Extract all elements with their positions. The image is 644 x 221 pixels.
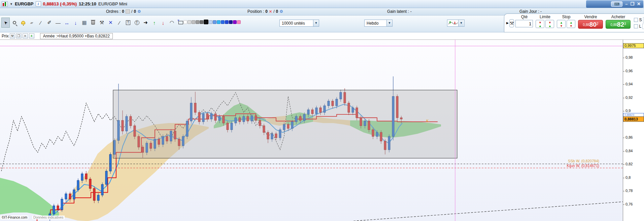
zoom-icon [13,21,16,24]
limit-buy-order-button[interactable]: ▼▲ [545,20,554,28]
quantity-select-value: 10000 unités [280,21,313,26]
restore-button[interactable]: ❒ [630,1,634,7]
color-swatch[interactable] [213,20,216,24]
chevron-down-icon[interactable]: ▼ [313,20,319,26]
orders-settings-icon[interactable]: ⚙ [137,9,141,14]
position-settings-icon[interactable]: ⚙ [279,9,283,14]
limit-checkbox[interactable] [634,24,638,28]
trade-panel: ▶ ⚒ Qté Limite ▼▲ ▼▲ Stop ▲▼ ▲▼ Vendre 0… [504,13,644,32]
stop-sell-order-button[interactable]: ▲▼ [557,20,566,28]
price-axis[interactable]: 0,9975 0,88823 0,88813 0,980,960,940,920… [623,40,644,221]
arrow-right-icon: ➜ [143,20,148,26]
red-candle-glyph [3,3,4,6]
sell-button[interactable]: 0,88802 [578,20,603,29]
color-swatch[interactable] [225,20,229,24]
horizontal-line-tool-button[interactable]: — [54,18,62,28]
qty-input[interactable] [515,20,533,27]
timeframe-select[interactable]: Hebdo ▼ [364,20,393,27]
axis-tick [623,84,624,85]
text-box-tool-button[interactable]: T [124,18,132,28]
color-swatch[interactable] [196,20,199,24]
pane-settings-button[interactable]: ⚒ [10,33,15,38]
buy-button[interactable]: 0,88823 [606,20,631,29]
chevron-down-icon[interactable]: ▼ [386,20,392,26]
color-swatch[interactable] [188,20,191,24]
arrow-down-tool-button[interactable]: ↓ [159,18,167,28]
kijun-level-label: Kijun W. (0,814671) [567,164,599,168]
color-swatch[interactable] [217,20,221,24]
color-swatch[interactable] [200,20,203,24]
color-swatch[interactable] [237,20,241,24]
lasso-tool-button[interactable]: ◠ [168,18,176,28]
stop-buy-order-button[interactable]: ▲▼ [567,20,575,28]
arrow-up-icon: ↑ [153,20,156,26]
polyline-tool-button[interactable]: ✕ [106,18,115,28]
chart-type-select[interactable]: ▼ [447,20,465,27]
instrument-info-button[interactable]: i [36,1,41,6]
orders-label: Ordres : [106,9,121,14]
price-chart-svg[interactable] [0,40,623,221]
select-cursor-tool-button[interactable]: ➤ [1,18,10,28]
sell-price-main: 80 [589,21,597,28]
close-position-icon[interactable]: ✕ [269,9,272,14]
unrealized-gain: Gain latent : - [387,9,412,14]
pencil-line-tool-button[interactable]: ✐ [45,18,54,28]
candlestick-chart-icon[interactable] [2,1,8,7]
color-swatch[interactable] [192,20,195,24]
symbol-dropdown-icon[interactable]: ▼ [10,2,13,6]
alert-price-box[interactable]: 0,9975 [623,43,644,48]
quantity-select[interactable]: 10000 unités ▼ [279,20,319,27]
close-button[interactable]: ✕ [637,1,641,7]
edit-chart-tool-button[interactable]: ▦ [80,18,89,28]
alarm-bell-icon [21,21,25,24]
axis-tick [623,178,624,178]
color-swatch[interactable] [233,20,237,24]
color-swatch[interactable] [204,20,208,24]
buy-price-main: 82 [617,21,624,28]
text-circle-tool-button[interactable]: T [133,18,141,28]
daily-gain: Gain Jour : - [519,9,542,14]
arrow-right-tool-button[interactable]: ➜ [141,18,150,28]
select-cursor-icon: ➤ [2,20,8,26]
color-swatch[interactable] [183,20,187,24]
quote-time: 12:25:10 [79,1,96,6]
axis-tick [623,204,624,205]
pointer-line-tool-button[interactable]: ∕ [36,18,45,28]
stop-checkbox-label: S [639,18,642,22]
close-icon: ✕ [24,34,26,38]
red-down-arrow-icon: ▼ [570,24,573,28]
trade-settings-button[interactable]: ⚒ [509,19,514,27]
keyboard-icon[interactable]: ⌨ [611,1,622,7]
price-chart-area[interactable]: K. SSb W. (0,820784) Kijun W. (0,814671)… [0,40,623,221]
vertical-line-tool-button[interactable]: ↓ [71,18,80,28]
vertical-line-icon: ↓ [74,20,77,26]
zoom-tool-button[interactable] [10,18,19,28]
limit-pips-input[interactable] [642,24,644,29]
chevron-down-icon[interactable]: ▼ [458,20,464,26]
stop-pips-input[interactable] [643,17,644,23]
segment-tool-button[interactable]: ↔ [63,18,71,28]
stop-checkbox[interactable] [634,18,638,22]
color-swatch[interactable] [221,20,225,24]
pane-close-button[interactable]: ✕ [23,33,28,38]
color-swatch[interactable] [229,20,233,24]
minimize-button[interactable]: – [625,1,628,7]
chart-type-icon [448,20,458,26]
trendline-tool-button[interactable]: ⁄ [115,18,124,28]
settings-tools-button[interactable]: ⚒ [98,18,106,28]
limit-sell-order-button[interactable]: ▼▲ [536,20,544,28]
color-swatch[interactable] [209,20,212,24]
alarm-bell-tool-button[interactable] [19,18,27,28]
pane-window-button[interactable]: ❒ [16,33,22,38]
separator: / [273,9,274,14]
eraser-tool-button[interactable]: ▰ [28,18,36,28]
eraser-icon: ▰ [30,21,34,25]
arrow-up-tool-button[interactable]: ↑ [150,18,159,28]
trash-tool-button[interactable] [89,18,97,28]
green-candle-glyph [5,2,6,6]
gain-latent-value: - [410,9,412,14]
panel-collapse-icon[interactable]: ▶ [506,21,509,25]
axis-tick-label: 0,96 [625,69,633,73]
sell-column: Vendre 0,88802 [577,15,604,31]
pane-add-button[interactable]: + [29,33,34,38]
